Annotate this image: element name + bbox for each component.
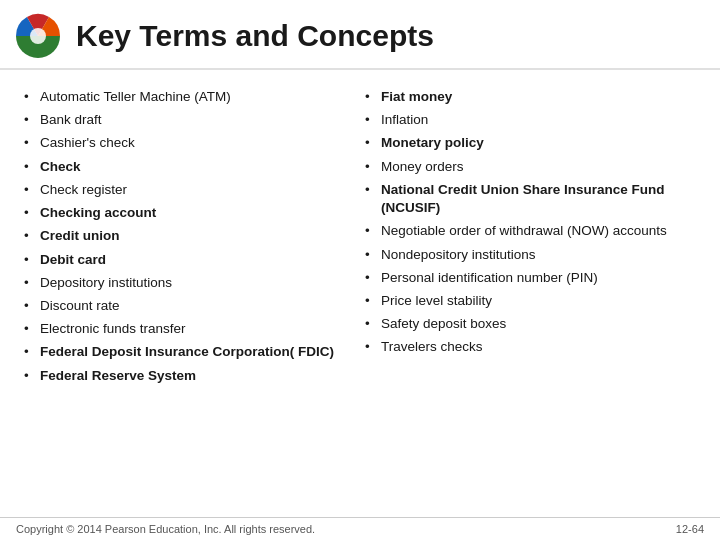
list-item: Check bbox=[24, 158, 355, 176]
logo-icon bbox=[14, 12, 62, 60]
copyright-text: Copyright © 2014 Pearson Education, Inc.… bbox=[16, 523, 315, 535]
list-item: Nondepository institutions bbox=[365, 246, 696, 264]
svg-point-1 bbox=[30, 28, 46, 44]
list-item: Fiat money bbox=[365, 88, 696, 106]
list-item: Safety deposit boxes bbox=[365, 315, 696, 333]
list-item: Credit union bbox=[24, 227, 355, 245]
list-item: Money orders bbox=[365, 158, 696, 176]
list-item: Inflation bbox=[365, 111, 696, 129]
list-item: National Credit Union Share Insurance Fu… bbox=[365, 181, 696, 217]
right-list: Fiat moneyInflationMonetary policyMoney … bbox=[365, 88, 696, 362]
page-title: Key Terms and Concepts bbox=[76, 19, 434, 53]
list-item: Federal Deposit Insurance Corporation( F… bbox=[24, 343, 355, 361]
list-item: Cashier's check bbox=[24, 134, 355, 152]
header: Key Terms and Concepts bbox=[0, 0, 720, 70]
list-item: Bank draft bbox=[24, 111, 355, 129]
list-item: Monetary policy bbox=[365, 134, 696, 152]
left-column: Automatic Teller Machine (ATM)Bank draft… bbox=[24, 88, 355, 509]
slide: Key Terms and Concepts Automatic Teller … bbox=[0, 0, 720, 540]
list-item: Automatic Teller Machine (ATM) bbox=[24, 88, 355, 106]
list-item: Price level stability bbox=[365, 292, 696, 310]
list-item: Federal Reserve System bbox=[24, 367, 355, 385]
list-item: Personal identification number (PIN) bbox=[365, 269, 696, 287]
list-item: Electronic funds transfer bbox=[24, 320, 355, 338]
list-item: Debit card bbox=[24, 251, 355, 269]
page-number: 12-64 bbox=[676, 523, 704, 535]
list-item: Discount rate bbox=[24, 297, 355, 315]
footer: Copyright © 2014 Pearson Education, Inc.… bbox=[0, 517, 720, 540]
list-item: Check register bbox=[24, 181, 355, 199]
list-item: Checking account bbox=[24, 204, 355, 222]
list-item: Depository institutions bbox=[24, 274, 355, 292]
list-item: Travelers checks bbox=[365, 338, 696, 356]
content-area: Automatic Teller Machine (ATM)Bank draft… bbox=[0, 70, 720, 517]
right-column: Fiat moneyInflationMonetary policyMoney … bbox=[365, 88, 696, 509]
left-list: Automatic Teller Machine (ATM)Bank draft… bbox=[24, 88, 355, 390]
list-item: Negotiable order of withdrawal (NOW) acc… bbox=[365, 222, 696, 240]
